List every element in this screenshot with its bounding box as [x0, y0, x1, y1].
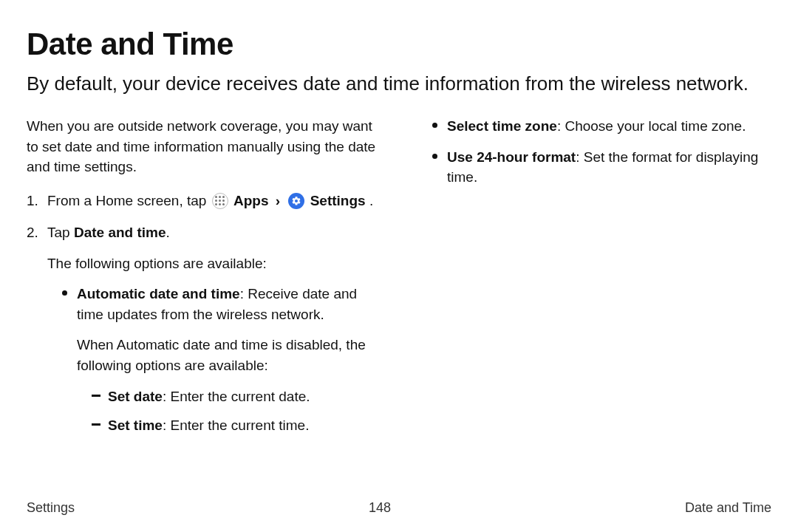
select-tz-desc: : Choose your local time zone.	[557, 118, 746, 134]
step-2-body: Tap Date and time. The following options…	[47, 222, 381, 435]
step-2: Tap Date and time. The following options…	[27, 222, 381, 435]
chevron-icon: ›	[276, 193, 280, 208]
sub-option-set-time: Set time: Enter the current time.	[92, 415, 381, 436]
footer-page-number: 148	[369, 500, 391, 516]
options-intro: The following options are available:	[47, 253, 381, 274]
select-tz-label: Select time zone	[447, 118, 557, 134]
page-subtitle: By default, your device receives date an…	[27, 71, 765, 97]
set-date-desc: : Enter the current date.	[163, 389, 310, 404]
apps-icon-dots	[215, 196, 225, 205]
set-time-label: Set time	[108, 417, 163, 433]
step-2-tap-suffix: .	[166, 225, 170, 240]
column-right: Select time zone: Choose your local time…	[417, 116, 771, 448]
page-footer: Settings 148 Date and Time	[27, 500, 771, 516]
set-date-label: Set date	[108, 389, 163, 404]
option-select-time-zone: Select time zone: Choose your local time…	[432, 116, 771, 137]
options-list-right: Select time zone: Choose your local time…	[417, 116, 771, 188]
footer-right: Date and Time	[685, 500, 771, 516]
step-1: From a Home screen, tap Apps ›	[27, 191, 381, 211]
step-2-tap-bold: Date and time	[74, 225, 166, 240]
sub-option-set-date: Set date: Enter the current date.	[92, 386, 381, 407]
sub-options-list: Set date: Enter the current date. Set ti…	[77, 386, 381, 436]
document-page: Date and Time By default, your device re…	[0, 0, 798, 532]
intro-paragraph: When you are outside network coverage, y…	[27, 116, 381, 177]
step-1-prefix: From a Home screen, tap	[47, 193, 206, 208]
steps-list: From a Home screen, tap Apps ›	[27, 191, 381, 436]
apps-icon	[212, 193, 228, 209]
step-1-body: From a Home screen, tap Apps ›	[47, 191, 381, 211]
footer-left: Settings	[27, 500, 75, 516]
auto-disabled-note: When Automatic date and time is disabled…	[77, 335, 381, 375]
apps-label: Apps	[233, 193, 269, 208]
step-2-tap-prefix: Tap	[47, 225, 74, 240]
step-1-suffix: .	[369, 193, 373, 208]
use-24h-label: Use 24-hour format	[447, 149, 576, 165]
set-time-desc: : Enter the current time.	[163, 417, 310, 433]
page-title: Date and Time	[27, 27, 771, 62]
settings-label: Settings	[310, 193, 366, 208]
settings-gear-icon	[288, 193, 304, 209]
option-use-24-hour: Use 24-hour format: Set the format for d…	[432, 147, 771, 188]
option-auto-label: Automatic date and time	[77, 286, 240, 301]
content-columns: When you are outside network coverage, y…	[27, 116, 771, 448]
options-list: Automatic date and time: Receive date an…	[47, 284, 381, 435]
option-automatic-date-time: Automatic date and time: Receive date an…	[62, 284, 381, 435]
column-left: When you are outside network coverage, y…	[27, 116, 381, 448]
